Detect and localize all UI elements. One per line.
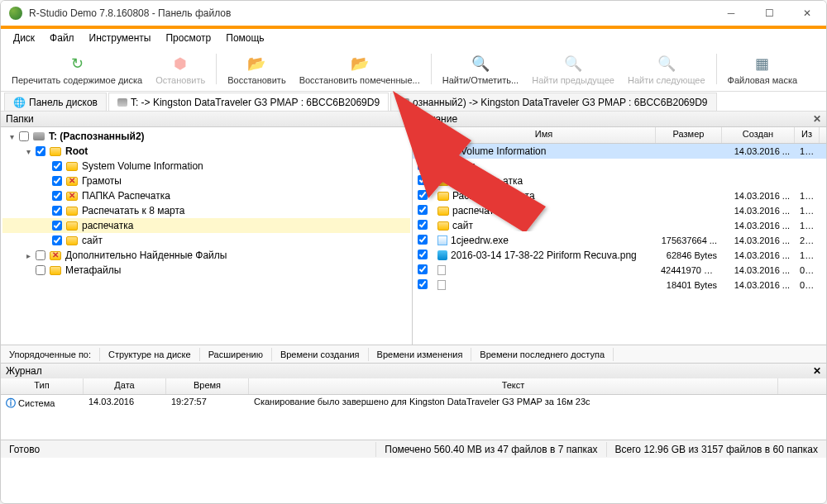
grid-row[interactable]: 2016-03-14 17-38-22 Piriform Recuva.png6… — [413, 248, 826, 263]
tree-row[interactable]: распечатка — [2, 218, 410, 233]
tree-label: ПАПКА Распечатка — [82, 190, 170, 202]
tree-row[interactable]: сайт — [2, 233, 410, 248]
menu-помощь[interactable]: Помощь — [218, 31, 271, 45]
menu-диск[interactable]: Диск — [6, 31, 42, 45]
journal-column[interactable]: Текст — [249, 378, 778, 394]
checkbox[interactable] — [36, 250, 45, 260]
sort-option[interactable]: Времени изменения — [369, 348, 472, 361]
checkbox[interactable] — [418, 160, 428, 170]
toolbar-icon: ▦ — [753, 54, 772, 74]
tab[interactable]: 🌐Панель дисков — [4, 93, 107, 111]
checkbox[interactable] — [418, 250, 428, 259]
menu-файл[interactable]: Файл — [42, 31, 82, 45]
grid-row[interactable]: сайт14.03.2016 ...14.0 — [413, 218, 826, 233]
sort-option[interactable]: Времени последнего доступа — [471, 348, 614, 361]
column-header[interactable] — [413, 127, 433, 143]
tab[interactable]: ознанный2) -> Kingston DataTraveler G3 P… — [390, 93, 716, 111]
tree-twisty[interactable]: ▾ — [7, 132, 16, 141]
grid-row[interactable]: 1cjeedrw.exe175637664 ...14.03.2016 ...2… — [413, 233, 826, 248]
menu-инструменты[interactable]: Инструменты — [82, 31, 159, 45]
checkbox[interactable] — [52, 221, 62, 231]
folder-deleted-icon — [66, 192, 78, 201]
journal-close-icon[interactable]: ✕ — [813, 365, 821, 377]
journal-row[interactable]: ⓘ Система14.03.201619:27:57Сканирование … — [1, 395, 826, 412]
tab[interactable]: T: -> Kingston DataTraveler G3 PMAP : 6B… — [108, 93, 389, 111]
tree-row[interactable]: Распечатать к 8 марта — [2, 203, 410, 218]
file-created: 14.03.2016 ... — [722, 221, 795, 231]
grid-row[interactable]: Грам — [413, 159, 826, 174]
grid-row[interactable]: 18401 Bytes14.03.2016 ...04.0 — [413, 278, 826, 292]
checkbox[interactable] — [19, 131, 29, 141]
checkbox[interactable] — [418, 190, 428, 200]
tree-row[interactable]: Грамоты — [2, 174, 410, 188]
grid-body[interactable]: n Volume Information14.03.2016 ...14.0Гр… — [413, 144, 826, 345]
app-icon — [9, 7, 22, 20]
close-button[interactable]: ✕ — [788, 1, 826, 26]
tree-row[interactable]: System Volume Information — [2, 159, 410, 174]
column-header[interactable]: Имя — [433, 127, 656, 143]
journal-column[interactable]: Время — [166, 378, 249, 394]
column-header[interactable]: Размер — [656, 127, 722, 143]
checkbox[interactable] — [418, 220, 428, 230]
tree-row[interactable]: ▾T: (Распознанный2) — [2, 129, 410, 144]
minimize-button[interactable]: ─ — [712, 1, 750, 26]
status-ready: Готово — [1, 442, 48, 457]
checkbox[interactable] — [418, 264, 428, 274]
grid-row[interactable]: Распечатать к рта14.03.2016 ...14.0 — [413, 188, 826, 203]
folder-tree[interactable]: ▾T: (Распознанный2)▾RootSystem Volume In… — [1, 127, 412, 345]
grid-row[interactable]: n Volume Information14.03.2016 ...14.0 — [413, 144, 826, 159]
file-modified: 14.0 — [795, 146, 820, 156]
disk-icon — [33, 132, 45, 140]
checkbox[interactable] — [52, 191, 62, 201]
globe-icon: 🌐 — [13, 97, 26, 108]
checkbox[interactable] — [418, 145, 428, 155]
column-header[interactable]: Создан — [722, 127, 795, 143]
toolbar-label: Восстановить — [227, 75, 285, 85]
file-name: Распечатать к рта — [452, 190, 535, 202]
maximize-button[interactable]: ☐ — [750, 1, 788, 26]
toolbar-button[interactable]: ▦Файловая маска — [722, 49, 804, 89]
tree-label: Дополнительно Найденные Файлы — [65, 250, 227, 261]
tree-row[interactable]: ▾Root — [2, 144, 410, 159]
checkbox[interactable] — [418, 279, 428, 289]
file-created: 14.03.2016 ... — [722, 191, 795, 201]
panel-close-icon[interactable]: ✕ — [813, 113, 821, 125]
toolbar-separator — [216, 54, 217, 84]
grid-row[interactable]: ПАПКА Ра атка — [413, 174, 826, 188]
file-created: 14.03.2016 ... — [722, 206, 795, 216]
toolbar-button[interactable]: 🔍Найти/Отметить... — [437, 49, 524, 89]
sort-option[interactable]: Расширению — [200, 348, 272, 361]
grid-row[interactable]: распечатка14.03.2016 ...14.0 — [413, 203, 826, 218]
tree-label: Распечатать к 8 марта — [82, 205, 185, 216]
sort-option[interactable]: Структуре на диске — [100, 348, 200, 361]
journal-column[interactable]: Дата — [84, 378, 166, 394]
toolbar-button[interactable]: 📂Восстановить помеченные... — [294, 49, 426, 89]
checkbox[interactable] — [52, 161, 62, 171]
checkbox[interactable] — [36, 146, 45, 156]
sort-option[interactable]: Времени создания — [272, 348, 369, 361]
tree-row[interactable]: ПАПКА Распечатка — [2, 188, 410, 203]
sort-label: Упорядоченные по: — [1, 348, 100, 361]
journal-body[interactable]: ⓘ Система14.03.201619:27:57Сканирование … — [1, 395, 826, 440]
file-name: распечатка — [452, 205, 504, 216]
tree-row[interactable]: Метафайлы — [2, 263, 410, 278]
checkbox[interactable] — [52, 206, 62, 216]
tree-twisty[interactable]: ▾ — [24, 147, 32, 156]
menu-просмотр[interactable]: Просмотр — [158, 31, 218, 45]
tree-twisty[interactable]: ▸ — [24, 251, 32, 260]
checkbox[interactable] — [52, 235, 62, 245]
checkbox[interactable] — [36, 265, 45, 275]
toolbar-button[interactable]: ↻Перечитать содержимое диска — [6, 49, 148, 89]
checkbox[interactable] — [418, 175, 428, 185]
journal-grid-header[interactable]: ТипДатаВремяТекст — [1, 378, 826, 395]
grid-header[interactable]: ИмяРазмерСозданИз — [413, 127, 826, 144]
checkbox[interactable] — [418, 235, 428, 245]
toolbar-button[interactable]: 📂Восстановить — [222, 49, 291, 89]
journal-column[interactable]: Тип — [1, 378, 84, 394]
checkbox[interactable] — [52, 176, 62, 186]
checkbox[interactable] — [418, 205, 428, 215]
file-icon — [437, 265, 446, 275]
tree-row[interactable]: ▸Дополнительно Найденные Файлы — [2, 248, 410, 263]
grid-row[interactable]: 42441970 B...14.03.2016 ...07.0 — [413, 263, 826, 278]
column-header[interactable]: Из — [795, 127, 820, 143]
